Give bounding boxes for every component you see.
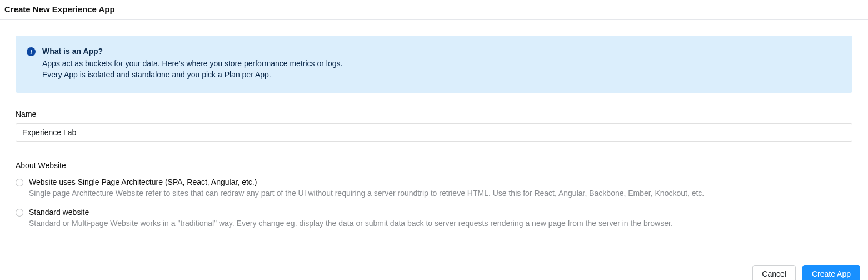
about-section: About Website Website uses Single Page A… bbox=[16, 161, 852, 229]
info-content: What is an App? Apps act as buckets for … bbox=[42, 47, 841, 81]
radio-standard[interactable] bbox=[16, 209, 23, 217]
create-app-button[interactable]: Create App bbox=[802, 265, 860, 280]
info-desc-line1: Apps act as buckets for your data. Here'… bbox=[42, 58, 841, 69]
info-box: What is an App? Apps act as buckets for … bbox=[16, 36, 852, 93]
page-content: What is an App? Apps act as buckets for … bbox=[0, 20, 868, 249]
radio-standard-label: Standard website bbox=[29, 208, 852, 217]
radio-standard-desc: Standard or Multi-page Website works in … bbox=[29, 218, 852, 229]
radio-spa-body: Website uses Single Page Architecture (S… bbox=[29, 178, 852, 199]
radio-spa[interactable] bbox=[16, 179, 23, 186]
page-header: Create New Experience App bbox=[0, 0, 868, 20]
info-desc-line2: Every App is isolated and standalone and… bbox=[42, 69, 841, 80]
info-icon bbox=[27, 47, 36, 56]
radio-standard-body: Standard website Standard or Multi-page … bbox=[29, 208, 852, 229]
radio-spa-label: Website uses Single Page Architecture (S… bbox=[29, 178, 852, 186]
radio-option-spa: Website uses Single Page Architecture (S… bbox=[16, 178, 852, 199]
page-title: Create New Experience App bbox=[4, 4, 115, 14]
name-input[interactable] bbox=[16, 123, 852, 142]
info-title: What is an App? bbox=[42, 47, 841, 56]
radio-spa-desc: Single page Architecture Website refer t… bbox=[29, 188, 852, 199]
radio-option-standard: Standard website Standard or Multi-page … bbox=[16, 208, 852, 229]
about-label: About Website bbox=[16, 161, 852, 170]
cancel-button[interactable]: Cancel bbox=[752, 265, 796, 280]
footer: Cancel Create App bbox=[0, 265, 868, 280]
name-label: Name bbox=[16, 110, 852, 119]
